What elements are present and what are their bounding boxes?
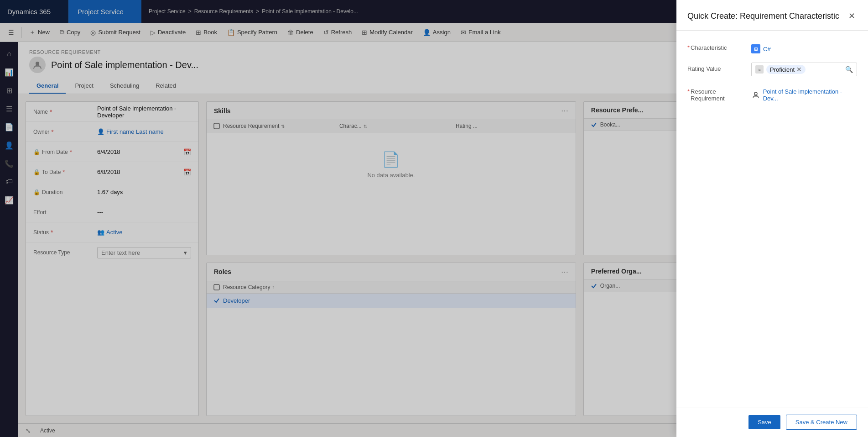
save-button[interactable]: Save: [748, 415, 780, 429]
skills-col-requirement[interactable]: Resource Requirement ⇅: [223, 123, 339, 129]
roles-check-all[interactable]: [210, 284, 223, 290]
skills-section: Skills ⋯ Resource Requirement ⇅ Charac..…: [206, 101, 576, 255]
resource-type-input[interactable]: [101, 249, 184, 256]
resource-req-link-text[interactable]: Point of Sale implementation - Dev...: [763, 88, 857, 102]
from-date-calendar-icon[interactable]: 📅: [183, 148, 191, 156]
status-link[interactable]: Active: [106, 229, 122, 236]
characteristic-label: * Characteristic: [687, 42, 751, 51]
tab-scheduling[interactable]: Scheduling: [103, 79, 146, 94]
effort-value: ---: [97, 209, 191, 216]
resource-requirement-value[interactable]: Point of Sale implementation - Dev...: [751, 85, 857, 102]
characteristic-value[interactable]: ⊞ C#: [751, 42, 857, 53]
breadcrumb-part1[interactable]: Project Service: [149, 8, 186, 15]
sidebar-icon-doc[interactable]: 📄: [1, 119, 17, 135]
new-button[interactable]: ＋ New: [25, 25, 54, 40]
duration-label: 🔒 Duration: [33, 189, 97, 195]
rating-value-wrap[interactable]: ≈ Proficient ✕ 🔍: [751, 63, 857, 76]
delete-button[interactable]: 🗑 Delete: [283, 25, 318, 40]
breadcrumb-sep2: >: [256, 8, 259, 15]
submit-request-button[interactable]: ◎ Submit Request: [86, 25, 145, 40]
sidebar-icon-phone[interactable]: 📞: [1, 155, 17, 172]
email-link-button[interactable]: ✉ Email a Link: [456, 25, 505, 40]
sidebar-icon-grid[interactable]: ⊞: [1, 82, 17, 99]
copy-icon: ⧉: [60, 28, 64, 36]
preferred-org-check-all[interactable]: [587, 283, 600, 289]
proficient-tag-text: Proficient: [770, 66, 795, 73]
characteristic-required-star: *: [687, 44, 690, 51]
owner-required-indicator: *: [51, 128, 53, 136]
roles-more-icon[interactable]: ⋯: [561, 268, 568, 276]
roles-row-developer[interactable]: Developer: [207, 294, 576, 308]
hamburger-button[interactable]: ☰: [4, 25, 19, 40]
breadcrumb-part3: Point of Sale implementation - Develo...: [262, 8, 358, 15]
proficient-tag-close[interactable]: ✕: [796, 66, 802, 73]
to-date-value[interactable]: 6/8/2018: [97, 168, 182, 175]
roles-col-category[interactable]: Resource Category ↑: [223, 284, 572, 290]
rating-search-icon[interactable]: 🔍: [845, 66, 853, 73]
sidebar-icon-person[interactable]: 👤: [1, 137, 17, 153]
resource-pref-check-all[interactable]: [587, 121, 600, 128]
roles-header: Roles ⋯: [207, 263, 576, 281]
from-date-field: 🔒 From Date * 6/4/2018 📅: [26, 142, 198, 162]
effort-field: Effort ---: [26, 202, 198, 222]
duration-lock-icon: 🔒: [33, 189, 40, 195]
skills-col-rating[interactable]: Rating ...: [456, 123, 572, 129]
panel-close-button[interactable]: ✕: [847, 9, 857, 23]
from-date-lock-icon: 🔒: [33, 149, 40, 155]
characteristic-link-text[interactable]: C#: [763, 46, 771, 53]
skills-more-icon[interactable]: ⋯: [561, 106, 568, 115]
tab-general[interactable]: General: [29, 79, 66, 94]
sidebar-icon-tag[interactable]: 🏷: [1, 174, 17, 190]
from-date-value[interactable]: 6/4/2018: [97, 148, 182, 155]
owner-value: 👤 First name Last name: [97, 128, 191, 135]
book-button[interactable]: ⊞ Book: [191, 25, 222, 40]
resource-type-field: Resource Type ▾: [26, 242, 198, 263]
sidebar-icon-chart[interactable]: 📊: [1, 64, 17, 80]
project-service-nav[interactable]: Project Service: [68, 0, 141, 23]
tab-related[interactable]: Related: [148, 79, 183, 94]
to-date-label: 🔒 To Date *: [33, 168, 97, 176]
duration-field: 🔒 Duration 1.67 days: [26, 182, 198, 202]
panel-body: * Characteristic ⊞ C# Rating Value ≈: [676, 31, 868, 407]
to-date-input-wrap: 6/8/2018 📅: [97, 168, 191, 176]
resource-type-dropdown[interactable]: ▾: [97, 247, 191, 258]
dynamics365-nav[interactable]: Dynamics 365: [0, 0, 68, 23]
status-text: Active: [40, 427, 55, 434]
status-resize-icon[interactable]: ⤡: [26, 427, 31, 434]
resource-requirement-required-star: *: [687, 88, 690, 95]
assign-button[interactable]: 👤 Assign: [418, 25, 455, 40]
owner-link[interactable]: First name Last name: [106, 128, 164, 135]
sidebar-icon-home[interactable]: ⌂: [1, 46, 17, 62]
refresh-button[interactable]: ↺ Refresh: [319, 25, 357, 40]
roles-row-developer-value[interactable]: Developer: [223, 297, 572, 304]
characteristic-label-text: Characteristic: [691, 44, 727, 51]
deactivate-button[interactable]: ▷ Deactivate: [146, 25, 190, 40]
specify-pattern-label: Specify Pattern: [237, 29, 277, 36]
skills-col-charac[interactable]: Charac... ⇅: [339, 123, 456, 129]
specify-pattern-icon: 📋: [227, 29, 235, 36]
from-date-input-wrap: 6/4/2018 📅: [97, 148, 191, 156]
separator-1: [21, 27, 22, 38]
save-create-new-button[interactable]: Save & Create New: [786, 415, 857, 430]
rating-input-wrap[interactable]: ≈ Proficient ✕ 🔍: [751, 63, 857, 76]
breadcrumb-part2[interactable]: Resource Requirements: [194, 8, 253, 15]
skills-check-all[interactable]: [210, 123, 223, 129]
specify-pattern-button[interactable]: 📋 Specify Pattern: [223, 25, 282, 40]
modify-calendar-button[interactable]: ⊞ Modify Calendar: [357, 25, 417, 40]
roles-row-check[interactable]: [210, 297, 223, 304]
preferred-org-title: Preferred Orga...: [591, 268, 642, 275]
svg-point-0: [36, 62, 39, 65]
from-date-label: 🔒 From Date *: [33, 148, 97, 156]
copy-button[interactable]: ⧉ Copy: [55, 25, 85, 40]
sidebar-icon-list[interactable]: ☰: [1, 100, 17, 117]
to-date-calendar-icon[interactable]: 📅: [183, 168, 191, 176]
owner-field: Owner * 👤 First name Last name: [26, 122, 198, 142]
dropdown-arrow-icon: ▾: [184, 249, 187, 256]
svg-rect-3: [214, 284, 219, 290]
preferred-org-col-label: Organ...: [600, 283, 620, 289]
sidebar-icon-report[interactable]: 📈: [1, 192, 17, 208]
roles-sort-icon: ↑: [272, 284, 274, 290]
characteristic-type-icon: ⊞: [751, 44, 760, 53]
tab-project[interactable]: Project: [68, 79, 100, 94]
skills-col-rating-label: Rating ...: [456, 123, 478, 129]
